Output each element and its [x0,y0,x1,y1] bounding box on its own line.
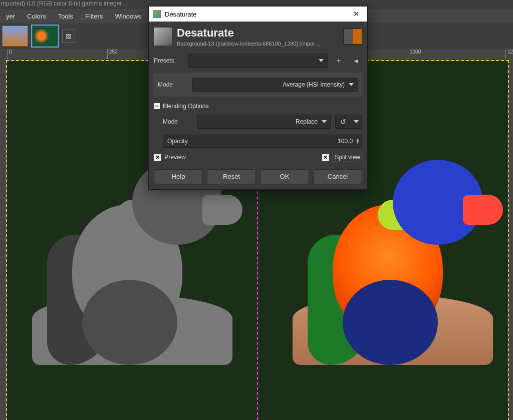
splitview-checkbox-label: Split view [333,153,362,162]
preset-menu-button[interactable]: ◂ [349,54,362,67]
reset-blend-icon[interactable]: ↺ [339,117,348,126]
opacity-label: Opacity [167,138,188,145]
add-preset-button[interactable]: ＋ [332,54,345,67]
dialog-header: Desaturate Background-13 ([rainbow-lorik… [149,22,367,51]
blend-mode-row: Mode Replace ↺ [149,112,367,132]
menu-windows[interactable]: Windows [109,11,147,22]
desaturate-icon [154,28,172,46]
mode-combo[interactable]: Average (HSI Intensity) [192,78,358,92]
document-tab-1[interactable] [2,26,28,47]
blend-mode-combo[interactable]: Replace [197,115,331,129]
blending-options-toggle[interactable]: − Blending Options [149,99,367,112]
dialog-preview-thumb [343,29,362,45]
app-icon [153,10,161,18]
ruler-tick-label: 250 [109,49,118,55]
chevron-down-icon [319,59,324,62]
mode-label: Mode [158,81,188,88]
tab-close-icon[interactable]: ⊠ [62,30,75,43]
collapse-icon: − [154,103,160,109]
preview-checkbox[interactable]: ✕ Preview [154,154,186,161]
mode-value: Average (HSI Intensity) [283,81,345,88]
cancel-button[interactable]: Cancel [313,169,362,184]
blending-options-label: Blending Options [163,103,208,110]
presets-combo[interactable] [188,54,328,68]
menu-tools[interactable]: Tools [52,11,79,22]
preview-checkbox-label: Preview [164,154,186,161]
menu-filters[interactable]: Filters [79,11,109,22]
dialog-title: Desaturate [165,11,349,18]
mode-row: Mode Average (HSI Intensity) [153,75,363,95]
splitview-checkbox[interactable]: ✕ Split view [322,154,362,161]
blend-mode-label: Mode [163,118,193,125]
presets-row: Presets: ＋ ◂ [149,51,367,71]
reset-button[interactable]: Reset [207,169,256,184]
chevron-down-icon [322,120,327,123]
ruler-tick-label: 0 [9,49,12,55]
close-icon[interactable]: ✕ [349,7,363,21]
ruler-tick-label: 1000 [410,49,421,55]
document-tab-2[interactable] [32,26,58,47]
help-button[interactable]: Help [154,169,203,184]
menu-layer[interactable]: yer [0,11,21,22]
chevron-down-icon [349,83,354,86]
menu-colors[interactable]: Colors [21,11,52,22]
opacity-row: Opacity 100.0 ▲▼ [149,132,367,151]
checkbox-checked-icon: ✕ [322,154,329,161]
opacity-input[interactable]: Opacity 100.0 ▲▼ [163,135,362,148]
ok-button[interactable]: OK [260,169,309,184]
ruler-tick-label: 1250 [507,49,513,55]
dialog-button-row: Help Reset OK Cancel [149,164,367,189]
dialog-titlebar[interactable]: Desaturate ✕ [149,7,367,22]
preview-row: ✕ Preview ✕ Split view [149,151,367,164]
blend-mode-value: Replace [296,118,318,125]
dialog-heading: Desaturate [177,27,321,40]
checkbox-checked-icon: ✕ [154,154,161,161]
desaturate-dialog: Desaturate ✕ Desaturate Background-13 ([… [148,6,368,190]
spinner-arrows-icon[interactable]: ▲▼ [356,138,360,144]
opacity-value: 100.0 [338,138,353,145]
presets-label: Presets: [154,57,184,64]
dialog-subheading: Background-13 ([rainbow-lorikeets-686100… [177,41,321,47]
chevron-down-icon [354,120,359,123]
